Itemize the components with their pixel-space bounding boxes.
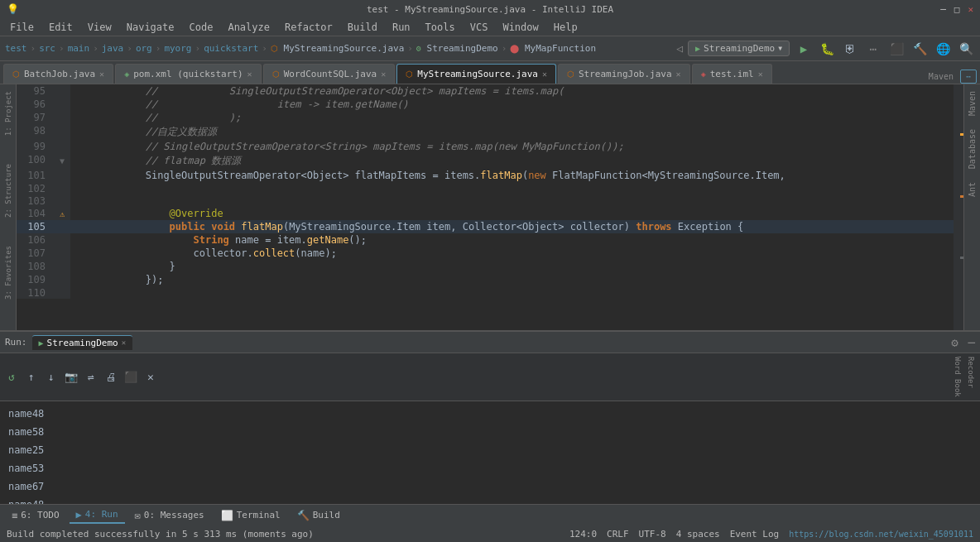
- todo-tab[interactable]: ≡ 6: TODO: [5, 508, 66, 523]
- encoding[interactable]: UTF-8: [639, 529, 666, 540]
- tab-close-batchjob[interactable]: ✕: [99, 70, 104, 79]
- code-editor: 95 // SingleOutputStreamOperator<Object>…: [17, 84, 954, 330]
- scroll-up-button[interactable]: ↑: [23, 368, 40, 385]
- more-run-button[interactable]: ⋯: [864, 40, 882, 58]
- bc-src[interactable]: src: [39, 43, 55, 54]
- wordbook-tab[interactable]: Word Book: [952, 355, 963, 399]
- bc-quickstart[interactable]: quickstart: [204, 43, 258, 54]
- minimize-run-panel[interactable]: ─: [968, 336, 975, 349]
- maven-panel-tab[interactable]: Maven: [965, 84, 979, 122]
- menu-build[interactable]: Build: [341, 20, 384, 35]
- tab-batchjob[interactable]: ⬡ BatchJob.java ✕: [3, 64, 113, 84]
- wrap-button[interactable]: ⇌: [83, 368, 99, 385]
- terminal-btab[interactable]: ⬜ Terminal: [214, 508, 287, 523]
- menu-refactor[interactable]: Refactor: [278, 20, 339, 35]
- menu-window[interactable]: Window: [496, 20, 545, 35]
- menu-vcs[interactable]: VCS: [464, 20, 495, 35]
- tab-close-mystreaming[interactable]: ✕: [542, 70, 547, 79]
- event-log[interactable]: Event Log: [730, 529, 780, 540]
- build-btab[interactable]: 🔨 Build: [291, 508, 347, 523]
- menu-help[interactable]: Help: [547, 20, 584, 35]
- tab-mystreaming[interactable]: ⬡ MyStreamingSource.java ✕: [396, 64, 556, 84]
- tab-pom[interactable]: ◈ pom.xml (quickstart) ✕: [115, 64, 262, 84]
- list-item[interactable]: name48: [7, 405, 973, 423]
- tab-testiml[interactable]: ◈ test.iml ✕: [692, 64, 772, 84]
- messages-btab[interactable]: ✉ 0: Messages: [128, 508, 211, 523]
- back-icon[interactable]: ◁: [676, 42, 683, 55]
- fold-arrow[interactable]: ▼: [60, 156, 65, 165]
- coverage-button[interactable]: ⛨: [841, 40, 859, 58]
- menu-view[interactable]: View: [81, 20, 118, 35]
- list-item[interactable]: name48: [7, 496, 973, 504]
- run-button[interactable]: ▶: [795, 40, 813, 58]
- search-button[interactable]: 🔍: [957, 40, 975, 58]
- bc-class[interactable]: ⚙ StreamingDemo: [416, 43, 498, 54]
- run-btab[interactable]: ▶ 4: Run: [70, 507, 125, 524]
- restart-button[interactable]: ↺: [3, 368, 20, 385]
- run-output[interactable]: name48 name58 name25 name53 name67 name4…: [0, 401, 980, 504]
- status-right: 124:0 CRLF UTF-8 4 spaces Event Log http…: [569, 529, 973, 540]
- menu-analyze[interactable]: Analyze: [221, 20, 276, 35]
- ant-panel-tab[interactable]: Ant: [965, 175, 979, 204]
- tab-close-testiml[interactable]: ✕: [758, 70, 763, 79]
- close-button[interactable]: ✕: [968, 4, 973, 15]
- line-gutter: [54, 169, 70, 182]
- bc-main[interactable]: main: [68, 43, 90, 54]
- list-item[interactable]: name67: [7, 477, 973, 496]
- menu-edit[interactable]: Edit: [42, 20, 79, 35]
- bc-org[interactable]: org: [136, 43, 152, 54]
- gutter-warning-mark: [960, 133, 963, 136]
- run-settings-button[interactable]: ⚙: [951, 336, 958, 349]
- debug-button[interactable]: 🐛: [818, 40, 836, 58]
- bc-method[interactable]: ⬤ MyMapFunction: [510, 43, 596, 54]
- bottom-tabs-bar: ≡ 6: TODO ▶ 4: Run ✉ 0: Messages ⬜ Termi…: [0, 504, 980, 525]
- cursor-position[interactable]: 124:0: [569, 529, 597, 540]
- code-content[interactable]: 95 // SingleOutputStreamOperator<Object>…: [17, 84, 954, 330]
- bc-java[interactable]: java: [102, 43, 124, 54]
- bc-myorg[interactable]: myorg: [164, 43, 191, 54]
- run-tab-close[interactable]: ✕: [122, 338, 126, 347]
- recoder-tab[interactable]: Recoder: [965, 355, 977, 399]
- indent-size[interactable]: 4 spaces: [676, 529, 720, 540]
- tab-close-streamingjob[interactable]: ✕: [676, 70, 681, 79]
- tab-close-pom[interactable]: ✕: [247, 70, 252, 79]
- scroll-down-button[interactable]: ↓: [43, 368, 60, 385]
- far-right-panel: Maven Database Ant: [963, 84, 980, 330]
- tab-streamingjob[interactable]: ⬡ StreamingJob.java ✕: [558, 64, 690, 84]
- menu-code[interactable]: Code: [183, 20, 220, 35]
- line-number: 110: [17, 286, 54, 299]
- stop-button[interactable]: ⬛: [887, 40, 906, 58]
- maximize-button[interactable]: □: [954, 4, 960, 15]
- bc-file[interactable]: ⬡ MyStreamingSource.java: [271, 43, 404, 54]
- list-item[interactable]: name25: [7, 441, 973, 459]
- favorites-tab[interactable]: 3: Favorites: [2, 242, 14, 303]
- list-item[interactable]: name53: [7, 459, 973, 477]
- menu-navigate[interactable]: Navigate: [120, 20, 181, 35]
- screenshot-button[interactable]: 📷: [63, 368, 79, 385]
- table-row: 103: [17, 194, 954, 207]
- menu-file[interactable]: File: [3, 20, 41, 35]
- maven-side-tab[interactable]: Maven: [924, 70, 958, 83]
- translate-button[interactable]: 🌐: [934, 40, 952, 58]
- wordbook-side-tab[interactable]: ⋯: [960, 70, 977, 84]
- menu-run[interactable]: Run: [386, 20, 417, 35]
- project-tab[interactable]: 1: Project: [2, 88, 14, 139]
- line-code: [70, 194, 954, 207]
- tab-close-wordcount[interactable]: ✕: [381, 70, 386, 79]
- structure-tab[interactable]: 2: Structure: [2, 161, 14, 221]
- print-button[interactable]: 🖨: [103, 368, 119, 385]
- tab-wordcountsql[interactable]: ⬡ WordCountSQL.java ✕: [263, 64, 396, 84]
- run-tab-streaming[interactable]: ▶ StreamingDemo ✕: [32, 335, 133, 350]
- run-config-selector[interactable]: ▶ StreamingDemo ▼: [688, 41, 790, 56]
- close-run-button[interactable]: ✕: [142, 368, 159, 385]
- list-item[interactable]: name58: [7, 423, 973, 441]
- minimize-button[interactable]: ─: [940, 4, 946, 15]
- url-ref[interactable]: https://blog.csdn.net/weixin_45091011: [789, 530, 973, 539]
- stop-run-button[interactable]: ⬛: [122, 368, 139, 385]
- database-panel-tab[interactable]: Database: [965, 122, 979, 175]
- bc-test[interactable]: test: [5, 43, 27, 54]
- right-scroll-gutter[interactable]: [954, 84, 963, 330]
- build-button[interactable]: 🔨: [910, 40, 929, 58]
- menu-tools[interactable]: Tools: [419, 20, 462, 35]
- line-ending[interactable]: CRLF: [607, 529, 629, 540]
